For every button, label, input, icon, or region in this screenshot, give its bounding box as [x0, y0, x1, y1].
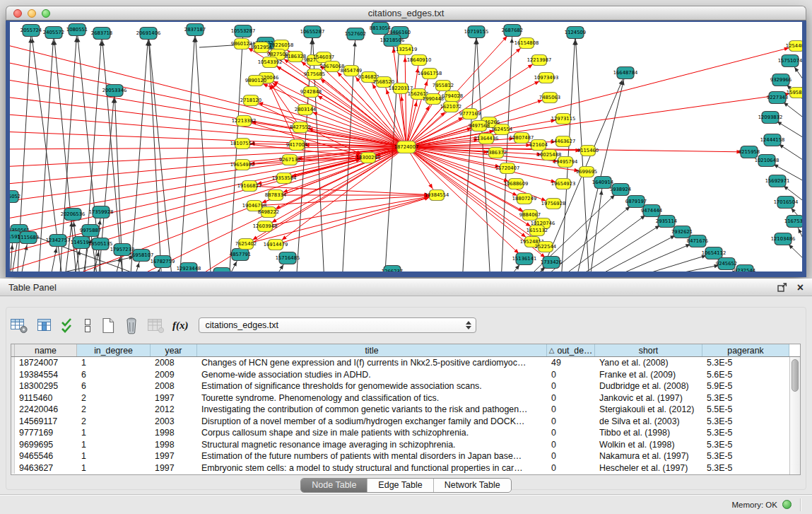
network-node[interactable]: 15751074: [778, 55, 802, 67]
network-node[interactable]: 12213987: [527, 55, 552, 66]
network-node[interactable]: 10688609: [504, 179, 529, 189]
column-header-in_degree[interactable]: in_degree: [77, 344, 151, 356]
close-panel-icon[interactable]: ×: [797, 283, 804, 293]
network-node[interactable]: 1640914: [592, 177, 613, 189]
network-node[interactable]: 2055724: [20, 25, 42, 37]
network-node[interactable]: 9474444: [641, 205, 662, 217]
citation-network-graph[interactable]: 2055724240557210805512683718206914062837…: [10, 22, 802, 271]
network-node[interactable]: 12603948: [253, 221, 278, 232]
network-node[interactable]: 20691406: [136, 28, 161, 40]
network-node[interactable]: 19384554: [425, 190, 449, 201]
network-node[interactable]: 12093832: [758, 112, 783, 124]
tab-node-table[interactable]: Node Table: [301, 479, 367, 492]
network-node[interactable]: 9227343: [767, 92, 788, 104]
network-node[interactable]: 7625402: [235, 239, 257, 250]
network-node[interactable]: 6794028: [442, 91, 463, 102]
window-titlebar[interactable]: citations_edges.txt: [6, 6, 806, 21]
network-node[interactable]: 7955812: [433, 81, 454, 91]
network-node[interactable]: 7485063: [539, 93, 560, 103]
show-column-icon[interactable]: [36, 317, 53, 334]
network-node[interactable]: 1266237: [382, 266, 403, 272]
network-node[interactable]: 19166827: [237, 181, 262, 192]
float-panel-icon[interactable]: [777, 283, 787, 292]
network-node[interactable]: 2626052: [10, 191, 20, 203]
network-node[interactable]: 14463627: [551, 136, 576, 147]
network-node[interactable]: 19495794: [553, 157, 578, 168]
create-table-icon[interactable]: [100, 317, 116, 334]
network-node[interactable]: 1124509: [565, 27, 586, 39]
delete-table-icon[interactable]: [124, 317, 139, 334]
network-node[interactable]: 8215958: [739, 146, 760, 158]
network-node[interactable]: 12923448: [177, 263, 201, 272]
network-node[interactable]: 9115460: [577, 146, 599, 156]
network-node[interactable]: 8471676: [687, 235, 708, 247]
network-node[interactable]: 1254409: [786, 41, 802, 52]
network-node[interactable]: 17359928: [89, 206, 114, 218]
scrollbar-thumb[interactable]: [792, 359, 799, 392]
network-node[interactable]: 15692971: [765, 175, 790, 187]
network-node[interactable]: 4857791: [230, 249, 251, 261]
table-row[interactable]: 1456911722003Disruption of a novel membe…: [11, 416, 800, 428]
select-columns-icon[interactable]: [61, 317, 75, 334]
network-node[interactable]: 2683718: [91, 28, 112, 40]
network-node[interactable]: 9232544: [734, 265, 755, 272]
network-node[interactable]: 16961758: [418, 69, 442, 79]
network-node[interactable]: 15720407: [495, 163, 520, 174]
column-header-year[interactable]: year: [151, 344, 197, 356]
network-node[interactable]: 18724007: [394, 141, 419, 153]
network-canvas[interactable]: 2055724240557210805512683718206914062837…: [10, 22, 802, 271]
network-node[interactable]: 9329966: [770, 74, 792, 86]
table-row[interactable]: 1938455462009Genome-wide association stu…: [11, 369, 800, 381]
network-node[interactable]: 16648784: [613, 67, 638, 79]
function-builder-icon[interactable]: f(x): [172, 320, 189, 332]
network-node[interactable]: 9699695: [576, 167, 597, 177]
network-node[interactable]: 2405572: [43, 27, 64, 39]
network-node[interactable]: 12973115: [551, 114, 576, 124]
table-row[interactable]: 2242004622012Investigating the contribut…: [11, 404, 800, 416]
network-node[interactable]: 2687682: [502, 25, 523, 37]
network-node[interactable]: 16782759: [151, 256, 175, 268]
network-node[interactable]: 1167533: [784, 216, 802, 228]
table-row[interactable]: 946362711997Embryonic stem cells: a mode…: [11, 462, 800, 474]
network-node[interactable]: 9186902: [211, 268, 233, 272]
network-node[interactable]: 8878334: [265, 190, 286, 201]
network-node[interactable]: 12103486: [771, 233, 796, 245]
network-node[interactable]: 10553287: [231, 25, 256, 37]
column-pair-icon[interactable]: [83, 317, 93, 334]
network-node[interactable]: 12444158: [760, 134, 785, 146]
column-header-title[interactable]: title: [197, 344, 547, 356]
vertical-scrollbar[interactable]: [789, 357, 800, 474]
tab-edge-table[interactable]: Edge Table: [367, 479, 433, 492]
table-settings-icon[interactable]: [10, 317, 28, 334]
network-node[interactable]: 1080551: [66, 24, 88, 36]
network-node[interactable]: 10025488: [537, 150, 562, 160]
network-node[interactable]: 10807487: [510, 133, 534, 144]
network-node[interactable]: 9267130: [279, 155, 300, 165]
network-node[interactable]: 2837187: [184, 24, 206, 36]
column-header-short[interactable]: short: [595, 344, 702, 356]
table-row[interactable]: 1830029562008Estimation of significance …: [11, 380, 800, 392]
network-node[interactable]: 2935114: [656, 216, 677, 228]
network-node[interactable]: 8813054: [370, 23, 391, 35]
network-node[interactable]: 18640910: [407, 55, 432, 66]
network-node[interactable]: 17016504: [774, 197, 799, 209]
network-node[interactable]: 1621072: [440, 102, 461, 112]
table-row[interactable]: 1872400712008Changes of HCN gene express…: [11, 357, 800, 369]
tab-network-table[interactable]: Network Table: [433, 479, 511, 492]
network-node[interactable]: 10655287: [300, 26, 325, 38]
network-node[interactable]: 1527602: [345, 28, 366, 40]
column-header-name[interactable]: name: [15, 344, 77, 356]
network-node[interactable]: 7932621: [671, 226, 693, 238]
column-header-pagerank[interactable]: pagerank: [702, 344, 789, 356]
table-selector[interactable]: citations_edges.txt: [199, 317, 476, 333]
network-node[interactable]: 15136141: [512, 253, 537, 265]
network-node[interactable]: 18107554: [230, 139, 255, 149]
table-row[interactable]: 969969511998Structural magnetic resonanc…: [11, 439, 800, 451]
network-node[interactable]: 621604: [529, 140, 548, 151]
network-node[interactable]: 9975887: [80, 225, 101, 237]
network-node[interactable]: 10719155: [464, 26, 489, 38]
network-node[interactable]: 12213382: [232, 116, 257, 127]
table-row[interactable]: 977716911998Corpus callosum shape and si…: [11, 427, 800, 439]
network-node[interactable]: 9242848: [300, 87, 322, 98]
table-row[interactable]: 911546021997Tourette syndrome. Phenomeno…: [11, 392, 800, 404]
